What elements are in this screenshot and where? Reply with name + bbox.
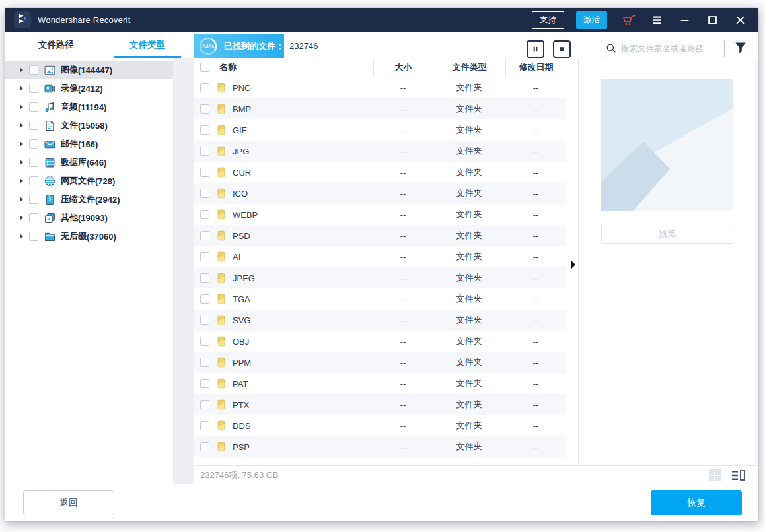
row-checkbox[interactable] [200, 442, 209, 451]
table-row[interactable]: PAT -- 文件夹 -- [194, 373, 566, 394]
recover-button[interactable]: 恢复 [651, 490, 742, 515]
column-header-size[interactable]: 大小 [373, 58, 433, 77]
file-name: TGA [233, 294, 250, 304]
table-row[interactable]: BMP -- 文件夹 -- [194, 98, 566, 119]
sidebar-item-checkbox[interactable] [29, 158, 38, 167]
sidebar-item[interactable]: 其他 (19093) [5, 209, 173, 227]
file-type-icon [44, 194, 55, 205]
table-row[interactable]: PPM -- 文件夹 -- [194, 352, 566, 373]
table-row[interactable]: OBJ -- 文件夹 -- [194, 331, 566, 352]
expand-chevron-icon[interactable] [20, 123, 23, 128]
table-row[interactable]: SVG -- 文件夹 -- [194, 310, 566, 331]
sidebar-item-label: 图像 [61, 64, 78, 76]
table-row[interactable]: JPG -- 文件夹 -- [194, 141, 566, 162]
expand-chevron-icon[interactable] [20, 86, 23, 91]
back-button[interactable]: 返回 [23, 490, 114, 515]
list-view-icon[interactable] [732, 469, 745, 481]
sidebar-item-checkbox[interactable] [29, 195, 38, 204]
sidebar-item-checkbox[interactable] [29, 232, 38, 241]
table-row[interactable]: WEBP -- 文件夹 -- [194, 204, 566, 225]
sidebar-item[interactable]: 压缩文件 (2942) [5, 190, 173, 209]
row-checkbox[interactable] [200, 83, 209, 92]
tab[interactable]: 文件路径 [20, 32, 92, 58]
cell-date: -- [505, 379, 566, 389]
table-row[interactable]: AI -- 文件夹 -- [194, 246, 566, 267]
preview-button[interactable]: 预览 [601, 224, 733, 244]
select-all-checkbox[interactable] [200, 63, 209, 72]
table-row[interactable]: JPEG -- 文件夹 -- [194, 267, 566, 288]
sidebar-item[interactable]: 数据库 (646) [5, 153, 173, 172]
row-checkbox[interactable] [200, 358, 209, 367]
row-checkbox[interactable] [200, 231, 209, 240]
row-checkbox[interactable] [200, 168, 209, 177]
row-checkbox[interactable] [200, 316, 209, 325]
cell-name: SVG [194, 315, 373, 325]
row-checkbox[interactable] [200, 337, 209, 346]
menu-icon[interactable] [649, 12, 665, 28]
close-icon[interactable] [732, 12, 748, 28]
row-checkbox[interactable] [200, 125, 209, 135]
table-row[interactable]: GIF -- 文件夹 -- [194, 119, 566, 141]
expand-chevron-icon[interactable] [20, 178, 23, 183]
sidebar-item-checkbox[interactable] [29, 102, 38, 112]
cell-size: -- [373, 210, 433, 220]
expand-chevron-icon[interactable] [20, 141, 23, 147]
sidebar-item-checkbox[interactable] [29, 176, 38, 185]
row-checkbox[interactable] [200, 379, 209, 388]
sidebar-item-checkbox[interactable] [29, 65, 38, 75]
sidebar-item-checkbox[interactable] [29, 213, 38, 222]
support-button[interactable]: 支持 [532, 11, 564, 29]
expand-chevron-icon[interactable] [20, 197, 23, 202]
minimize-icon[interactable] [676, 12, 692, 28]
table-row[interactable]: PNG -- 文件夹 -- [194, 77, 566, 98]
sidebar-item[interactable]: 无后缀 (37060) [5, 227, 173, 246]
row-checkbox[interactable] [200, 210, 209, 219]
sidebar-item[interactable]: 文件 (15058) [5, 116, 173, 135]
pause-scan-button[interactable] [527, 40, 544, 58]
expand-chevron-icon[interactable] [20, 104, 23, 110]
row-checkbox[interactable] [200, 104, 209, 114]
sidebar-item-checkbox[interactable] [29, 84, 38, 93]
sidebar-item[interactable]: 邮件 (166) [5, 135, 173, 153]
expand-chevron-icon[interactable] [20, 67, 23, 73]
row-checkbox[interactable] [200, 273, 209, 283]
collapse-panel-arrow-icon[interactable] [571, 260, 575, 269]
row-checkbox[interactable] [200, 252, 209, 261]
cell-date: -- [505, 252, 566, 262]
column-header-type[interactable]: 文件类型 [433, 58, 505, 77]
row-checkbox[interactable] [200, 400, 209, 409]
row-checkbox[interactable] [200, 421, 209, 430]
row-checkbox[interactable] [200, 294, 209, 304]
sidebar-item-checkbox[interactable] [29, 121, 38, 130]
cell-name: TGA [194, 294, 373, 304]
table-row[interactable]: ICO -- 文件夹 -- [194, 183, 566, 204]
sidebar-item[interactable]: 网页文件 (728) [5, 172, 173, 190]
row-checkbox[interactable] [200, 147, 209, 156]
table-row[interactable]: PSP -- 文件夹 -- [194, 436, 566, 457]
tab[interactable]: 文件类型 [111, 32, 184, 58]
expand-chevron-icon[interactable] [20, 234, 23, 239]
filter-icon[interactable] [734, 41, 747, 54]
column-header-date[interactable]: 修改日期 [505, 58, 566, 77]
column-header-name[interactable]: 名称 [194, 58, 373, 77]
sidebar-scrollbar-track [173, 58, 194, 484]
expand-chevron-icon[interactable] [20, 160, 23, 165]
sidebar-item[interactable]: 音频 (11194) [5, 98, 173, 116]
maximize-icon[interactable] [704, 12, 720, 28]
grid-view-icon[interactable] [708, 469, 721, 481]
cart-icon[interactable] [621, 12, 637, 28]
table-row[interactable]: DDS -- 文件夹 -- [194, 415, 566, 436]
sidebar-item[interactable]: 录像 (2412) [5, 79, 173, 98]
sidebar-item[interactable]: 图像 (144447) [5, 61, 173, 79]
activate-button[interactable]: 激活 [576, 11, 607, 29]
table-row[interactable]: TGA -- 文件夹 -- [194, 288, 566, 310]
table-row[interactable]: PSD -- 文件夹 -- [194, 225, 566, 246]
expand-chevron-icon[interactable] [20, 215, 23, 220]
sidebar-item-checkbox[interactable] [29, 139, 38, 149]
table-row[interactable]: PTX -- 文件夹 -- [194, 394, 566, 415]
row-checkbox[interactable] [200, 189, 209, 198]
cell-type: 文件夹 [433, 251, 505, 263]
stop-scan-button[interactable] [553, 40, 571, 58]
search-input[interactable] [601, 40, 725, 57]
table-row[interactable]: CUR -- 文件夹 -- [194, 162, 566, 183]
